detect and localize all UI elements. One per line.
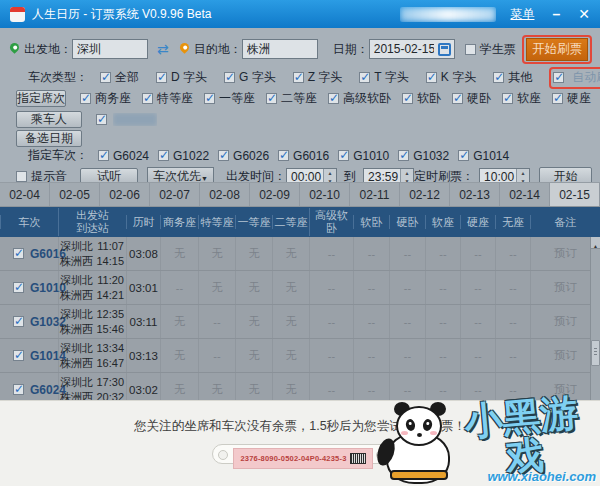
checkbox-icon[interactable] <box>338 150 349 161</box>
date-tab[interactable]: 02-14 <box>500 183 550 206</box>
train-type-option[interactable]: D 字头 <box>156 69 207 86</box>
row-checkbox[interactable] <box>13 282 24 293</box>
checkbox-icon[interactable] <box>458 150 469 161</box>
student-ticket-checkbox[interactable]: 学生票 <box>465 41 516 58</box>
train-type-option[interactable]: T 字头 <box>359 69 408 86</box>
seat-class-option[interactable]: 硬卧 <box>452 90 491 107</box>
checkbox-icon[interactable] <box>465 44 476 55</box>
row-checkbox[interactable] <box>13 248 24 259</box>
checkbox-icon[interactable] <box>266 93 277 104</box>
checkbox-icon[interactable] <box>359 72 370 83</box>
specified-train-option[interactable]: G1010 <box>338 149 389 163</box>
checkbox-icon[interactable] <box>293 72 304 83</box>
table-scrollbar[interactable] <box>590 237 600 400</box>
date-tab[interactable]: 02-06 <box>100 183 150 206</box>
destination-label: 目的地： <box>194 41 242 58</box>
checkbox-icon[interactable] <box>224 72 235 83</box>
seat-class-option[interactable]: 高级软卧 <box>328 90 391 107</box>
start-refresh-button[interactable]: 开始刷票 <box>526 38 588 61</box>
seat-class-option[interactable]: 软卧 <box>402 90 441 107</box>
checkbox-icon[interactable] <box>552 93 563 104</box>
seat-class-option[interactable]: 二等座 <box>266 90 317 107</box>
date-tab[interactable]: 02-09 <box>250 183 300 206</box>
table-row: G6016 深圳北11:07 株洲西14:15 03:08 无 无 无 无 --… <box>0 237 600 271</box>
date-tab[interactable]: 02-05 <box>50 183 100 206</box>
departure-input[interactable] <box>72 39 148 59</box>
swap-stations-icon[interactable]: ⇄ <box>157 41 169 57</box>
train-table-body: G6016 深圳北11:07 株洲西14:15 03:08 无 无 无 无 --… <box>0 237 600 400</box>
specified-train-option[interactable]: G6026 <box>218 149 269 163</box>
seat-class-option[interactable]: 硬座 <box>552 90 591 107</box>
checkbox-icon[interactable] <box>16 171 27 182</box>
specified-train-option[interactable]: G1022 <box>158 149 209 163</box>
checkbox-icon[interactable] <box>142 93 153 104</box>
date-tab[interactable]: 02-08 <box>200 183 250 206</box>
checkbox-icon[interactable] <box>100 72 111 83</box>
spin-up-icon[interactable] <box>324 169 336 177</box>
row-checkbox[interactable] <box>13 350 24 361</box>
checkbox-icon[interactable] <box>502 93 513 104</box>
auto-refresh-checkbox[interactable]: 自动刷票 <box>553 69 600 86</box>
seat-class-option[interactable]: 一等座 <box>204 90 255 107</box>
date-tab[interactable]: 02-10 <box>300 183 350 206</box>
train-type-option[interactable]: 其他 <box>493 69 532 86</box>
seat-soft-sleeper: -- <box>353 237 389 270</box>
specified-train-option[interactable]: G1014 <box>458 149 509 163</box>
calendar-icon[interactable] <box>438 43 451 56</box>
checkbox-icon[interactable] <box>156 72 167 83</box>
date-tab[interactable]: 02-12 <box>400 183 450 206</box>
table-header-cell: 无座 <box>495 215 530 230</box>
checkbox-icon[interactable] <box>98 150 109 161</box>
checkbox-icon[interactable] <box>158 150 169 161</box>
close-button[interactable]: ✕ <box>578 7 590 21</box>
scroll-up-icon[interactable] <box>591 237 600 249</box>
date-tab[interactable]: 02-04 <box>0 183 50 206</box>
checkbox-icon[interactable] <box>426 72 437 83</box>
table-header-cell: 硬座 <box>460 215 495 230</box>
scrollbar-thumb[interactable] <box>591 340 600 366</box>
train-type-option[interactable]: 全部 <box>100 69 139 86</box>
seat-class-option[interactable]: 特等座 <box>142 90 193 107</box>
seat-class-button[interactable]: 指定席次 <box>16 90 66 107</box>
minimize-button[interactable]: – <box>552 7 560 21</box>
checkbox-icon[interactable] <box>80 93 91 104</box>
spin-up-icon[interactable] <box>517 169 529 177</box>
spin-up-icon[interactable] <box>401 169 413 177</box>
alternative-dates-button[interactable]: 备选日期 <box>16 130 82 147</box>
checkbox-icon[interactable] <box>218 150 229 161</box>
checkbox-icon[interactable] <box>204 93 215 104</box>
seat-class-option[interactable]: 软座 <box>502 90 541 107</box>
checkbox-icon[interactable] <box>402 93 413 104</box>
checkbox-icon[interactable] <box>493 72 504 83</box>
train-type-option[interactable]: Z 字头 <box>293 69 343 86</box>
train-type-option[interactable]: K 字头 <box>426 69 476 86</box>
specified-train-option[interactable]: G6016 <box>278 149 329 163</box>
checkbox-label: 高级软卧 <box>343 90 391 107</box>
row-checkbox[interactable] <box>13 384 24 395</box>
passenger-checkbox[interactable] <box>96 114 107 125</box>
checkbox-icon[interactable] <box>398 150 409 161</box>
seat-soft-sleeper: -- <box>353 339 389 372</box>
specified-train-option[interactable]: G6024 <box>98 149 149 163</box>
date-tab[interactable]: 02-07 <box>150 183 200 206</box>
table-header-cell: 一等座 <box>235 215 272 230</box>
date-tab[interactable]: 02-15 <box>550 183 600 206</box>
train-type-option[interactable]: G 字头 <box>224 69 276 86</box>
seat-first: 无 <box>235 271 272 304</box>
checkbox-icon[interactable] <box>553 72 564 83</box>
checkbox-icon[interactable] <box>278 150 289 161</box>
table-header-cell: 历时 <box>126 215 160 230</box>
passenger-button[interactable]: 乘车人 <box>16 111 82 128</box>
date-tab[interactable]: 02-13 <box>450 183 500 206</box>
checkbox-icon[interactable] <box>328 93 339 104</box>
depart-time: 11:07 <box>97 239 124 253</box>
row-checkbox[interactable] <box>13 316 24 327</box>
seat-class-option[interactable]: 商务座 <box>80 90 131 107</box>
barcode-icon <box>350 453 366 464</box>
checkbox-icon[interactable] <box>452 93 463 104</box>
date-tab[interactable]: 02-11 <box>350 183 400 206</box>
menu-link[interactable]: 菜单 <box>510 6 534 23</box>
destination-input[interactable] <box>242 39 318 59</box>
specified-train-option[interactable]: G1032 <box>398 149 449 163</box>
status-panel: 您关注的坐席和车次没有余票，1.5秒后为您尝试34次刷票！ 2376-8090-… <box>0 400 600 486</box>
